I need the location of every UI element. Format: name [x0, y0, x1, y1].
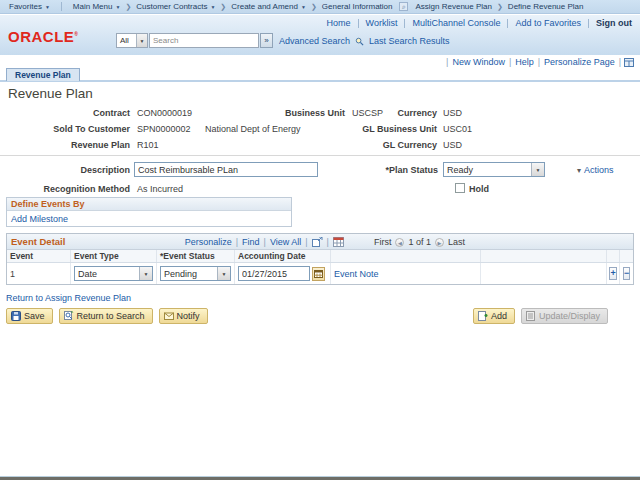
divider [0, 155, 640, 156]
hold-checkbox[interactable] [455, 183, 465, 193]
form-area: Contract CON0000019 Business Unit USCSP … [0, 0, 640, 480]
add-icon [478, 311, 488, 321]
sold-to-customer-value: SPN0000002 [137, 124, 191, 134]
add-button[interactable]: Add [473, 308, 515, 324]
sold-to-customer-name: National Dept of Energy [205, 124, 301, 134]
column-header-blank [607, 250, 620, 262]
revenue-plan-label: Revenue Plan [0, 140, 130, 150]
gl-currency-label: GL Currency [340, 140, 437, 150]
personalize-link[interactable]: Personalize [185, 237, 232, 247]
notify-button[interactable]: Notify [159, 308, 208, 324]
update-display-button: Update/Display [521, 308, 608, 324]
grid-header-row: Event Event Type *Event Status Accountin… [7, 250, 633, 263]
view-all-link[interactable]: View All [270, 237, 301, 247]
divider: | [236, 237, 238, 247]
save-icon [11, 311, 21, 321]
update-display-icon [526, 311, 536, 321]
add-milestone-link[interactable]: Add Milestone [11, 214, 68, 224]
description-label: Description [0, 165, 130, 175]
column-header-blank [481, 250, 607, 262]
return-to-assign-revenue-plan-link[interactable]: Return to Assign Revenue Plan [6, 293, 131, 303]
event-number-cell: 1 [7, 263, 71, 284]
currency-label: Currency [340, 108, 437, 118]
calendar-icon[interactable] [312, 267, 325, 281]
column-header-event-status: *Event Status [157, 250, 235, 262]
zoom-grid-icon[interactable] [312, 237, 323, 247]
return-to-search-icon [64, 311, 74, 321]
currency-value: USD [443, 108, 462, 118]
column-header-event: Event [7, 250, 71, 262]
chevron-down-icon: ▼ [531, 163, 544, 176]
peoplesoft-window: Favorites▼ Main Menu▼ ❯ Customer Contrac… [0, 0, 640, 480]
event-detail-grid: Event Detail Personalize| Find| View All… [6, 233, 634, 285]
gl-business-unit-value: USC01 [443, 124, 472, 134]
define-events-by-header: Define Events By [7, 198, 291, 211]
event-note-link[interactable]: Event Note [334, 269, 379, 279]
divider: | [264, 237, 266, 247]
hold-label: Hold [469, 184, 489, 194]
event-type-select[interactable]: Date ▼ [74, 266, 153, 281]
next-row-icon[interactable]: ▶ [435, 238, 444, 247]
contract-value: CON0000019 [137, 108, 192, 118]
business-unit-label: Business Unit [240, 108, 345, 118]
gl-business-unit-label: GL Business Unit [340, 124, 437, 134]
divider: | [327, 237, 329, 247]
event-detail-titlebar: Event Detail Personalize| Find| View All… [7, 234, 633, 250]
last-label: Last [448, 237, 465, 247]
sold-to-customer-label: Sold To Customer [0, 124, 130, 134]
plan-status-select[interactable]: Ready ▼ [443, 162, 545, 177]
event-detail-title: Event Detail [11, 236, 65, 247]
column-header-accounting-date: Accounting Date [235, 250, 331, 262]
chevron-down-icon: ▼ [217, 267, 230, 280]
previous-row-icon[interactable]: ◀ [395, 238, 404, 247]
recognition-method-value: As Incurred [137, 184, 183, 194]
table-row: 1 Date ▼ Pending ▼ [7, 263, 633, 284]
notify-icon [164, 311, 174, 321]
event-status-select[interactable]: Pending ▼ [160, 266, 231, 281]
save-button[interactable]: Save [6, 308, 53, 324]
first-label: First [374, 237, 392, 247]
column-header-event-type: Event Type [71, 250, 157, 262]
page-indicator: 1 of 1 [408, 237, 431, 247]
actions-menu[interactable]: Actions [577, 165, 614, 175]
add-row-button[interactable]: + [609, 267, 616, 280]
chevron-down-icon: ▼ [139, 267, 152, 280]
toolbar-left: Save Return to Search Notify [6, 308, 208, 324]
toolbar-right: Add Update/Display [473, 308, 608, 324]
column-header-blank [331, 250, 481, 262]
return-to-search-button[interactable]: Return to Search [59, 308, 153, 324]
plan-status-label: *Plan Status [370, 165, 438, 175]
empty-cell [481, 263, 607, 284]
column-header-blank [620, 250, 633, 262]
download-grid-icon[interactable] [333, 237, 344, 247]
recognition-method-label: Recognition Method [0, 184, 130, 194]
find-link[interactable]: Find [242, 237, 260, 247]
gl-currency-value: USD [443, 140, 462, 150]
divider: | [305, 237, 307, 247]
grid-action-bar: Personalize| Find| View All| | First ◀ 1… [185, 234, 465, 250]
revenue-plan-value: R101 [137, 140, 159, 150]
description-input[interactable] [134, 162, 318, 177]
accounting-date-input[interactable] [238, 266, 310, 281]
delete-row-button[interactable]: − [623, 267, 630, 280]
define-events-by-box: Define Events By Add Milestone [6, 197, 292, 227]
contract-label: Contract [0, 108, 130, 118]
